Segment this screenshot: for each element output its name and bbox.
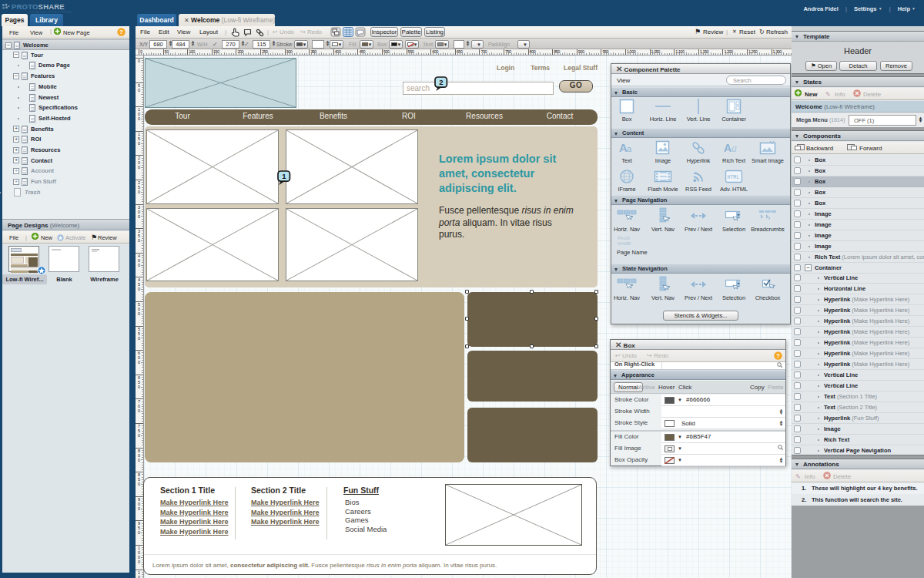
svg-text:PAGE: PAGE	[618, 236, 631, 240]
svg-text:2: 2	[439, 78, 443, 86]
svg-text:a: a	[627, 144, 632, 153]
svg-text:1: 1	[282, 172, 286, 180]
svg-text:?: ?	[119, 29, 123, 35]
svg-text:NAME: NAME	[618, 241, 631, 246]
svg-text:A: A	[724, 142, 732, 154]
svg-text:a: a	[732, 143, 737, 154]
svg-text:?: ?	[776, 352, 780, 359]
svg-text:HTML: HTML	[728, 175, 740, 180]
